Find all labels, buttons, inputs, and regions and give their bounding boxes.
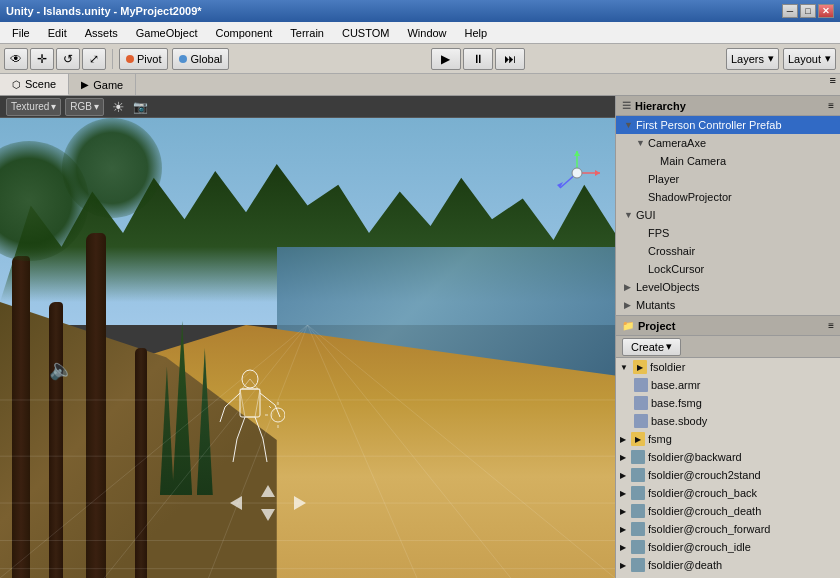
- palm-top-2: [62, 118, 162, 218]
- menu-terrain[interactable]: Terrain: [282, 25, 332, 41]
- transform-tools: 👁 ✛ ↺ ⤢: [4, 48, 106, 70]
- sun-icon: ☀: [112, 99, 125, 115]
- expand-arrow-1: ▼: [636, 138, 646, 148]
- color-mode-dropdown[interactable]: RGB ▾: [65, 98, 104, 116]
- project-collapse-btn[interactable]: ≡: [828, 320, 834, 331]
- tree-trunk-3: [86, 233, 106, 578]
- tree-trunk-4: [135, 348, 147, 578]
- hierarchy-item-10[interactable]: ▶ Mutants: [616, 296, 840, 314]
- hierarchy-item-8[interactable]: LockCursor: [616, 260, 840, 278]
- project-label-10: fsoldier@crouch_idle: [648, 541, 751, 553]
- project-item-1[interactable]: base.armr: [616, 376, 840, 394]
- anim-icon-10: [631, 540, 645, 554]
- project-label-8: fsoldier@crouch_death: [648, 505, 761, 517]
- hierarchy-item-3[interactable]: Player: [616, 170, 840, 188]
- hierarchy-collapse-btn[interactable]: ≡: [828, 100, 834, 111]
- game-tab-icon: ▶: [81, 79, 89, 90]
- expand-7: ▶: [620, 489, 626, 498]
- menu-custom[interactable]: CUSTOM: [334, 25, 397, 41]
- project-item-8[interactable]: ▶ fsoldier@crouch_death: [616, 502, 840, 520]
- camera-icon: 📷: [133, 100, 148, 114]
- title-bar: Unity - Islands.unity - MyProject2009* ─…: [0, 0, 840, 22]
- pivot-button[interactable]: Pivot: [119, 48, 168, 70]
- viewport-toolbar: Textured ▾ RGB ▾ ☀ 📷: [0, 96, 615, 118]
- tabs-collapse-btn[interactable]: ≡: [826, 74, 840, 95]
- menu-assets[interactable]: Assets: [77, 25, 126, 41]
- eye-tool-button[interactable]: 👁: [4, 48, 28, 70]
- hierarchy-list: ▼ First Person Controller Prefab ▼ Camer…: [616, 116, 840, 315]
- project-item-5[interactable]: ▶ fsoldier@backward: [616, 448, 840, 466]
- hierarchy-item-2[interactable]: Main Camera: [616, 152, 840, 170]
- menu-help[interactable]: Help: [457, 25, 496, 41]
- menu-component[interactable]: Component: [207, 25, 280, 41]
- hierarchy-item-9[interactable]: ▶ LevelObjects: [616, 278, 840, 296]
- scene-viewport[interactable]: Textured ▾ RGB ▾ ☀ 📷: [0, 96, 615, 578]
- expand-4: ▶: [620, 435, 626, 444]
- layers-dropdown[interactable]: Layers ▾: [726, 48, 779, 70]
- move-tool-button[interactable]: ✛: [30, 48, 54, 70]
- hierarchy-panel: ☰ Hierarchy ≡ ▼ First Person Controller …: [616, 96, 840, 316]
- project-item-3[interactable]: base.sbody: [616, 412, 840, 430]
- project-item-4[interactable]: ▶ ▶ fsmg: [616, 430, 840, 448]
- maximize-button[interactable]: □: [800, 4, 816, 18]
- anim-icon-7: [631, 486, 645, 500]
- scene-tab-label: Scene: [25, 78, 56, 90]
- hierarchy-label-7: Crosshair: [648, 245, 695, 257]
- hierarchy-label-9: LevelObjects: [636, 281, 700, 293]
- global-label: Global: [190, 53, 222, 65]
- expand-10: ▶: [620, 543, 626, 552]
- project-label-11: fsoldier@death: [648, 559, 722, 571]
- shading-mode-dropdown[interactable]: Textured ▾: [6, 98, 61, 116]
- menu-gameobject[interactable]: GameObject: [128, 25, 206, 41]
- hierarchy-label-3: Player: [648, 173, 679, 185]
- project-label-3: base.sbody: [651, 415, 707, 427]
- create-label: Create: [631, 341, 664, 353]
- project-item-0[interactable]: ▼ ▶ fsoldier: [616, 358, 840, 376]
- menu-file[interactable]: File: [4, 25, 38, 41]
- color-mode-label: RGB: [70, 101, 92, 112]
- minimize-button[interactable]: ─: [782, 4, 798, 18]
- hierarchy-label-1: CameraAxe: [648, 137, 706, 149]
- hierarchy-item-5[interactable]: ▼ GUI: [616, 206, 840, 224]
- create-button[interactable]: Create ▾: [622, 338, 681, 356]
- layout-label: Layout: [788, 53, 821, 65]
- project-item-2[interactable]: base.fsmg: [616, 394, 840, 412]
- project-item-6[interactable]: ▶ fsoldier@crouch2stand: [616, 466, 840, 484]
- game-tab-label: Game: [93, 79, 123, 91]
- step-button[interactable]: ⏭: [495, 48, 525, 70]
- global-button[interactable]: Global: [172, 48, 229, 70]
- tab-scene[interactable]: ⬡ Scene: [0, 74, 69, 95]
- expand-arrow-10: ▶: [624, 300, 634, 310]
- menu-edit[interactable]: Edit: [40, 25, 75, 41]
- pause-button[interactable]: ⏸: [463, 48, 493, 70]
- hierarchy-item-0[interactable]: ▼ First Person Controller Prefab: [616, 116, 840, 134]
- layout-dropdown[interactable]: Layout ▾: [783, 48, 836, 70]
- hierarchy-item-1[interactable]: ▼ CameraAxe: [616, 134, 840, 152]
- project-item-10[interactable]: ▶ fsoldier@crouch_idle: [616, 538, 840, 556]
- hierarchy-label-8: LockCursor: [648, 263, 704, 275]
- menu-window[interactable]: Window: [399, 25, 454, 41]
- anim-icon-5: [631, 450, 645, 464]
- expand-9: ▶: [620, 525, 626, 534]
- project-item-11[interactable]: ▶ fsoldier@death: [616, 556, 840, 574]
- close-button[interactable]: ✕: [818, 4, 834, 18]
- project-label-9: fsoldier@crouch_forward: [648, 523, 770, 535]
- project-label-4: fsmg: [648, 433, 672, 445]
- rotate-tool-button[interactable]: ↺: [56, 48, 80, 70]
- expand-0: ▼: [620, 363, 628, 372]
- hierarchy-item-6[interactable]: FPS: [616, 224, 840, 242]
- audio-listener-icon: 🔈: [49, 357, 74, 381]
- tab-bar: ⬡ Scene ▶ Game ≡: [0, 74, 840, 96]
- separator-1: [112, 49, 113, 69]
- project-item-7[interactable]: ▶ fsoldier@crouch_back: [616, 484, 840, 502]
- expand-arrow-5: ▼: [624, 210, 634, 220]
- project-item-9[interactable]: ▶ fsoldier@crouch_forward: [616, 520, 840, 538]
- play-button[interactable]: ▶: [431, 48, 461, 70]
- tab-game[interactable]: ▶ Game: [69, 74, 136, 95]
- hierarchy-item-4[interactable]: ShadowProjector: [616, 188, 840, 206]
- hierarchy-item-11[interactable]: Performance: [616, 314, 840, 315]
- project-label-0: fsoldier: [650, 361, 685, 373]
- hierarchy-item-7[interactable]: Crosshair: [616, 242, 840, 260]
- hierarchy-title: Hierarchy: [635, 100, 686, 112]
- scale-tool-button[interactable]: ⤢: [82, 48, 106, 70]
